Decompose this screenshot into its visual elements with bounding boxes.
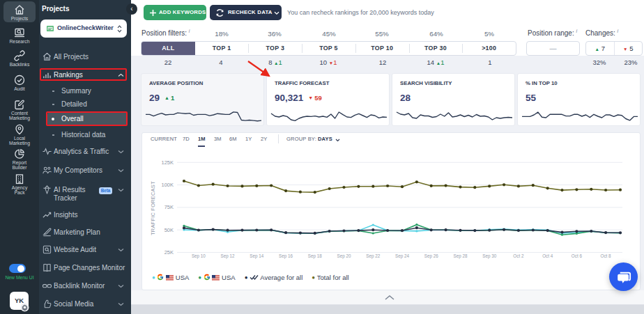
svg-text:Sep 12: Sep 12 — [221, 253, 235, 259]
svg-text:125K: 125K — [161, 159, 174, 166]
svg-text:Oct 4: Oct 4 — [542, 253, 553, 258]
svg-text:Oct 2: Oct 2 — [513, 253, 524, 258]
svg-text:Sep 18: Sep 18 — [308, 253, 322, 259]
svg-text:75K: 75K — [164, 204, 174, 210]
svg-text:50K: 50K — [164, 227, 174, 233]
svg-text:Sep 20: Sep 20 — [337, 253, 351, 259]
svg-text:Sep 30: Sep 30 — [482, 253, 496, 259]
svg-text:Sep 24: Sep 24 — [395, 253, 409, 259]
svg-text:Sep 14: Sep 14 — [250, 253, 263, 259]
svg-text:Sep 10: Sep 10 — [192, 253, 206, 259]
svg-text:25K: 25K — [164, 249, 174, 256]
svg-text:Sep 16: Sep 16 — [279, 253, 293, 259]
svg-text:Sep 26: Sep 26 — [424, 253, 438, 259]
svg-text:100K: 100K — [161, 182, 174, 188]
svg-text:Sep 22: Sep 22 — [366, 253, 380, 259]
svg-text:Oct 8: Oct 8 — [601, 253, 612, 258]
svg-text:Sep 28: Sep 28 — [454, 253, 468, 259]
svg-text:Oct 6: Oct 6 — [572, 253, 583, 258]
